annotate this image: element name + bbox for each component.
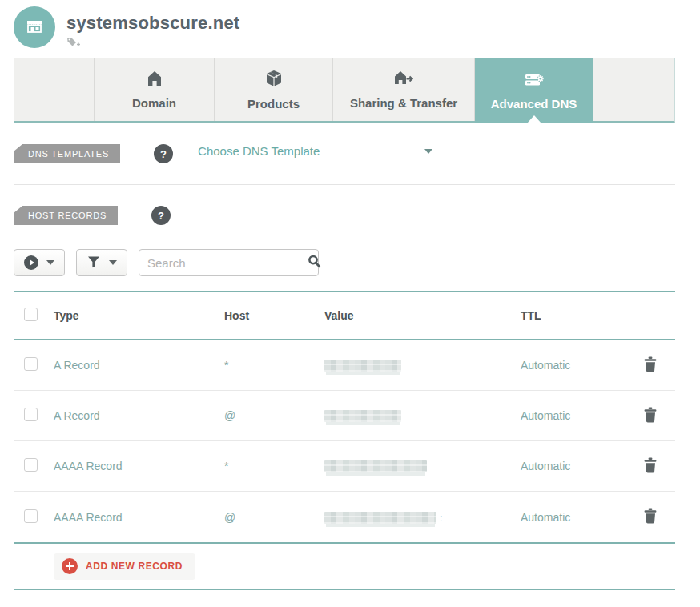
tabstrip-spacer-left (14, 58, 95, 121)
storefront-icon (23, 14, 46, 40)
transfer-house-icon (393, 70, 414, 90)
tab-products[interactable]: Products (215, 58, 333, 121)
host-records-section: HOST RECORDS ? (14, 206, 675, 225)
dns-template-dropdown-label: Choose DNS Template (198, 144, 320, 158)
record-type: AAAA Record (54, 511, 224, 524)
column-header-ttl: TTL (521, 309, 616, 322)
record-type: A Record (54, 409, 224, 422)
record-value (324, 359, 521, 372)
tab-label: Domain (132, 96, 176, 110)
dns-templates-help-icon[interactable]: ? (154, 144, 173, 163)
row-checkbox[interactable] (24, 458, 38, 472)
record-host: * (224, 359, 324, 372)
domain-header: systemsobscure.net (14, 0, 675, 58)
record-ttl: Automatic (521, 460, 616, 472)
trash-icon (643, 407, 658, 423)
tab-sharing-transfer[interactable]: Sharing & Transfer (333, 58, 475, 121)
record-value (324, 460, 521, 473)
tab-label: Products (247, 97, 300, 111)
table-row: A Record @ Automatic (14, 391, 675, 441)
record-type: AAAA Record (54, 460, 224, 472)
plus-circle-icon (62, 558, 78, 574)
record-value: : (324, 510, 521, 524)
dns-templates-section: DNS TEMPLATES ? Choose DNS Template (14, 144, 675, 163)
page-title: systemsobscure.net (66, 13, 239, 34)
record-ttl: Automatic (521, 359, 616, 372)
add-new-record-button[interactable]: ADD NEW RECORD (54, 553, 195, 580)
redacted-value (324, 512, 436, 524)
filter-dropdown[interactable] (76, 249, 127, 276)
package-icon (265, 70, 283, 90)
tab-advanced-dns[interactable]: Advanced DNS (475, 58, 593, 123)
host-records-tbody: A Record * Automatic A Record @ Automati… (14, 340, 675, 542)
delete-record-button[interactable] (642, 405, 659, 427)
add-tag-icon[interactable] (66, 37, 80, 51)
trash-icon (643, 356, 658, 372)
record-value (324, 409, 521, 423)
tab-label: Sharing & Transfer (350, 96, 457, 110)
tab-domain[interactable]: Domain (95, 58, 215, 121)
search-box (139, 249, 319, 276)
section-divider (14, 184, 675, 185)
magnifier-icon[interactable] (307, 254, 322, 272)
dns-template-dropdown[interactable]: Choose DNS Template (198, 144, 432, 163)
record-ttl: Automatic (521, 409, 616, 422)
tabstrip-spacer-right (593, 58, 674, 121)
table-header-row: Type Host Value TTL (14, 291, 675, 340)
table-row: A Record * Automatic (14, 340, 675, 391)
chevron-down-icon (46, 260, 54, 265)
redacted-value (324, 460, 427, 472)
table-footer: ADD NEW RECORD (14, 542, 675, 590)
dns-templates-badge: DNS TEMPLATES (14, 144, 120, 163)
chevron-down-icon (109, 260, 117, 265)
table-row: AAAA Record * Automatic (14, 441, 675, 492)
records-toolbar (14, 249, 675, 276)
delete-record-button[interactable] (642, 506, 659, 528)
redacted-value-suffix: : (440, 512, 443, 524)
delete-record-button[interactable] (642, 355, 659, 376)
host-records-help-icon[interactable]: ? (151, 206, 171, 225)
record-type: A Record (54, 359, 224, 372)
table-row: AAAA Record @ : Automatic (14, 492, 675, 542)
record-ttl: Automatic (521, 511, 616, 524)
trash-icon (643, 457, 658, 473)
redacted-value (324, 360, 401, 372)
search-input[interactable] (147, 256, 307, 270)
trash-icon (643, 508, 658, 524)
advanced-dns-page: systemsobscure.net Domain (0, 0, 700, 590)
record-host: @ (224, 511, 324, 524)
bulk-actions-dropdown[interactable] (14, 249, 65, 276)
host-records-badge: HOST RECORDS (14, 206, 118, 225)
funnel-icon (86, 255, 101, 271)
row-checkbox[interactable] (24, 408, 38, 421)
row-checkbox[interactable] (24, 509, 38, 523)
tab-bar: Domain Products Sharing & Transfer (14, 58, 675, 123)
house-icon (146, 70, 163, 90)
play-circle-icon (24, 255, 38, 270)
domain-avatar (14, 6, 55, 48)
row-checkbox[interactable] (24, 357, 38, 371)
add-new-record-label: ADD NEW RECORD (86, 561, 183, 572)
column-header-host: Host (224, 309, 324, 322)
redacted-value (324, 410, 401, 422)
tab-label: Advanced DNS (491, 97, 577, 111)
record-host: @ (224, 409, 324, 422)
chevron-down-icon (424, 149, 432, 154)
record-host: * (224, 460, 324, 472)
dns-server-icon (524, 71, 545, 90)
host-records-table: Type Host Value TTL A Record * Automatic (14, 291, 675, 590)
delete-record-button[interactable] (642, 456, 659, 477)
column-header-type: Type (54, 309, 224, 322)
column-header-value: Value (324, 309, 521, 322)
select-all-checkbox[interactable] (24, 308, 38, 321)
